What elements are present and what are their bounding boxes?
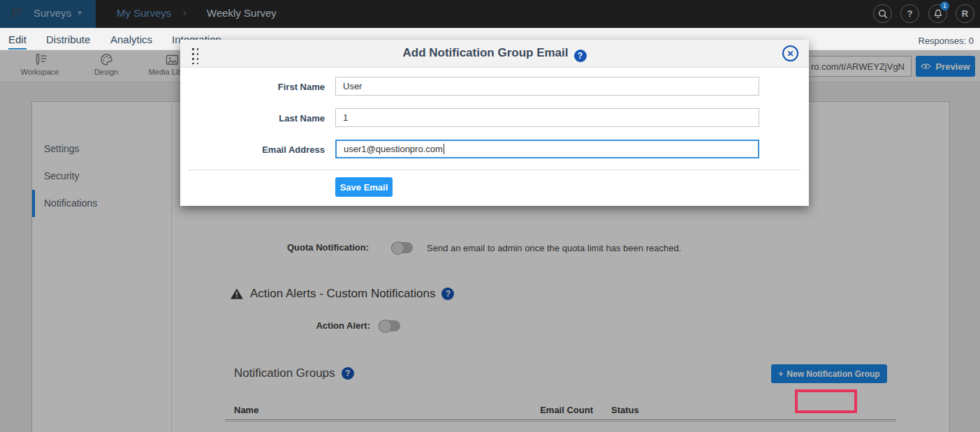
first-name-field[interactable] [335,77,759,96]
save-email-button[interactable]: Save Email [335,177,393,197]
notification-count-badge: 1 [940,1,949,10]
close-icon[interactable]: ✕ [782,45,798,61]
questionpro-notifications-page: { "topbar": { "logo_letter": "P", "produ… [0,0,980,432]
text-cursor [444,144,444,154]
add-email-highlight-box [795,389,857,413]
help-icon: ? [907,8,913,19]
product-menu[interactable]: P Surveys ▾ [0,0,96,28]
email-address-label: Email Address [180,144,325,155]
tab-distribute[interactable]: Distribute [46,33,90,45]
breadcrumb-separator-icon: › [183,7,187,18]
top-app-bar: P Surveys ▾ My Surveys › Weekly Survey ?… [0,0,980,28]
modal-header: Add Notification Group Email? ✕ [180,40,809,68]
modal-title-label: Add Notification Group Email [402,46,568,59]
email-address-value: user1@questionpro.com [344,144,443,154]
first-name-label: First Name [180,82,325,92]
last-name-label: Last Name [180,113,325,124]
responses-count: Responses: 0 [919,36,974,46]
modal-help-icon[interactable]: ? [574,50,587,62]
search-button[interactable] [873,4,892,23]
help-button[interactable]: ? [900,4,919,23]
avatar-initial: R [962,8,968,19]
breadcrumb-survey-name: Weekly Survey [207,7,277,19]
questionpro-logo-icon: P [11,4,22,22]
user-avatar[interactable]: R [956,4,974,23]
breadcrumb-my-surveys[interactable]: My Surveys [117,7,171,19]
modal-divider [189,170,800,170]
email-address-field[interactable]: user1@questionpro.com [335,140,759,158]
add-notification-group-email-modal: Add Notification Group Email? ✕ First Na… [180,40,809,206]
modal-title: Add Notification Group Email? [180,46,809,62]
product-menu-label: Surveys [34,7,71,19]
tab-analytics[interactable]: Analytics [110,33,152,45]
tab-edit[interactable]: Edit [8,33,27,50]
last-name-field[interactable] [335,108,759,127]
chevron-down-icon: ▾ [78,8,82,17]
search-icon [877,8,888,20]
